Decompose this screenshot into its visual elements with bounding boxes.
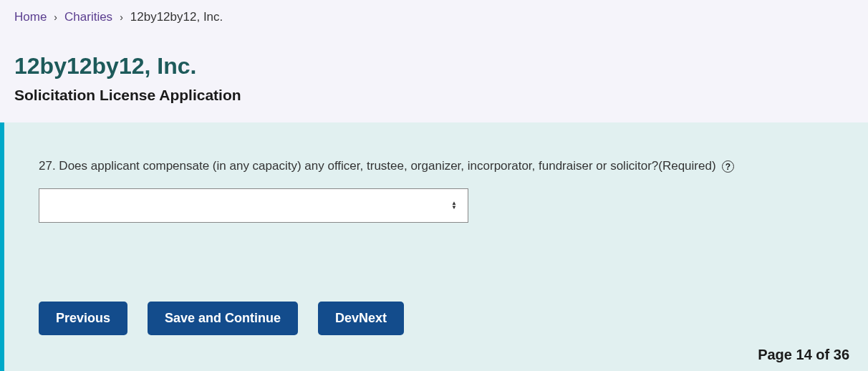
help-icon[interactable]: ? bbox=[722, 160, 734, 173]
chevron-right-icon: › bbox=[54, 11, 57, 23]
previous-button[interactable]: Previous bbox=[39, 302, 127, 335]
question-row: 27. Does applicant compensate (in any ca… bbox=[39, 157, 834, 175]
breadcrumb-current: 12by12by12, Inc. bbox=[130, 10, 223, 24]
form-panel: 27. Does applicant compensate (in any ca… bbox=[0, 122, 868, 371]
select-wrapper: ▲ ▼ bbox=[39, 188, 468, 223]
page-indicator: Page 14 of 36 bbox=[758, 347, 849, 363]
dev-next-button[interactable]: DevNext bbox=[318, 302, 404, 335]
compensation-select[interactable] bbox=[39, 188, 468, 223]
question-label: 27. Does applicant compensate (in any ca… bbox=[39, 159, 716, 173]
breadcrumb-home[interactable]: Home bbox=[14, 10, 47, 24]
page-subtitle: Solicitation License Application bbox=[0, 87, 868, 104]
breadcrumb: Home › Charities › 12by12by12, Inc. bbox=[0, 0, 868, 34]
page-title: 12by12by12, Inc. bbox=[0, 53, 868, 80]
button-row: Previous Save and Continue DevNext bbox=[39, 302, 834, 335]
breadcrumb-charities[interactable]: Charities bbox=[64, 10, 112, 24]
chevron-right-icon: › bbox=[120, 11, 123, 23]
save-continue-button[interactable]: Save and Continue bbox=[148, 302, 298, 335]
